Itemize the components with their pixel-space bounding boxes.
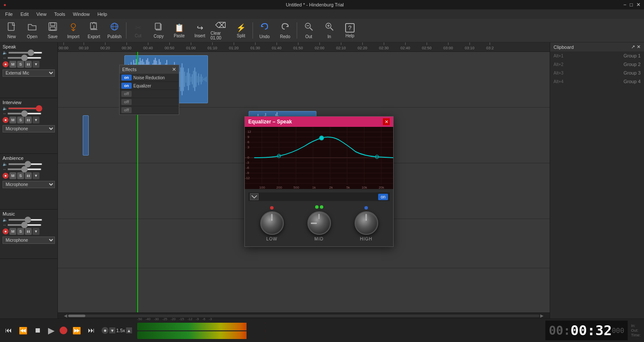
menu-file[interactable]: File xyxy=(2,11,16,18)
music-menu-button[interactable]: ▼ xyxy=(33,228,39,235)
speak-menu-button[interactable]: ▼ xyxy=(33,61,39,68)
music-record-button[interactable]: ● xyxy=(3,228,9,234)
redo-button[interactable]: Redo xyxy=(275,20,295,41)
speak-input-select[interactable]: External Mic xyxy=(3,69,55,77)
stop-button[interactable]: ⏹ xyxy=(33,325,43,336)
interview-menu-button[interactable]: ▼ xyxy=(33,117,39,123)
zoom-out-button[interactable]: Out xyxy=(299,20,319,41)
menu-edit[interactable]: Edit xyxy=(17,11,32,18)
import-button[interactable]: Import xyxy=(63,20,83,41)
scroll-left-arrow[interactable]: ◀ xyxy=(64,313,67,318)
effects-close-button[interactable]: ✕ xyxy=(172,66,176,72)
music-fx-button[interactable]: ⫿⫿ xyxy=(25,228,32,235)
ambience-fx-button[interactable]: ⫿⫿ xyxy=(25,172,32,179)
high-knob-wrapper: HIGH xyxy=(355,206,378,241)
minimize-button[interactable]: − xyxy=(623,2,626,8)
goto-end-button[interactable]: ⏭ xyxy=(86,325,96,336)
mid-knob[interactable] xyxy=(307,211,331,235)
music-pan-slider[interactable] xyxy=(7,224,42,226)
interview-pan-slider[interactable] xyxy=(7,113,42,114)
speak-mute-button[interactable]: M xyxy=(9,61,16,68)
speak-solo-button[interactable]: S xyxy=(17,61,24,68)
save-button[interactable]: Save xyxy=(43,20,63,41)
ambience-menu-button[interactable]: ▼ xyxy=(33,172,39,179)
music-mute-button[interactable]: M xyxy=(9,228,16,235)
interview-volume-slider[interactable] xyxy=(8,108,42,109)
copy-button[interactable]: Copy xyxy=(149,20,169,41)
scroll-track[interactable] xyxy=(68,315,539,317)
eq-preset-button[interactable] xyxy=(250,193,259,200)
scroll-right-arrow[interactable]: ▶ xyxy=(540,313,544,318)
play-button[interactable]: ▶ xyxy=(46,324,56,337)
menu-window[interactable]: Window xyxy=(69,11,93,18)
effect-slot-3-toggle[interactable]: off xyxy=(121,91,132,97)
speed-down-button[interactable]: ▼ xyxy=(109,327,115,333)
record-button[interactable] xyxy=(60,327,67,334)
fast-forward-button[interactable]: ⏩ xyxy=(71,325,83,336)
music-volume-slider[interactable] xyxy=(8,219,42,221)
tracks-content[interactable]: Speak 1 xyxy=(58,52,550,312)
interview-fx-button[interactable]: ⫿⫿ xyxy=(25,117,32,123)
svg-line-18 xyxy=(331,28,333,30)
menu-help[interactable]: Help xyxy=(94,11,111,18)
noise-reduction-label[interactable]: Noise Reduction xyxy=(133,75,165,80)
export-button[interactable]: Export xyxy=(84,20,104,41)
open-button[interactable]: Open xyxy=(22,20,42,41)
ambience-volume-slider[interactable] xyxy=(8,163,42,165)
horizontal-scrollbar[interactable]: ◀ ▶ xyxy=(58,312,550,318)
equalizer-label[interactable]: Equalizer xyxy=(133,84,151,88)
equalizer-toggle[interactable]: on xyxy=(121,83,132,89)
interview-input-select[interactable]: Microphone xyxy=(3,125,55,132)
help-button[interactable]: ? Help xyxy=(340,20,360,41)
interview-small-clip[interactable] xyxy=(83,115,89,156)
tick-line xyxy=(469,42,470,45)
clear-button[interactable]: ⌫ Clear 01.00 xyxy=(211,20,230,41)
ambience-pan-slider[interactable] xyxy=(7,168,42,170)
time-ruler[interactable]: 00:00 00:10 00:20 00:30 00:40 xyxy=(58,42,550,52)
music-solo-button[interactable]: S xyxy=(17,228,24,235)
svg-rect-77 xyxy=(196,72,196,87)
clipboard-close-button[interactable]: ✕ xyxy=(637,44,641,50)
ambience-solo-button[interactable]: S xyxy=(17,172,24,179)
speak-pan-slider[interactable] xyxy=(7,57,42,59)
interview-record-button[interactable]: ● xyxy=(3,117,9,123)
rewind-button[interactable]: ⏪ xyxy=(17,325,29,336)
goto-start-button[interactable]: ⏮ xyxy=(3,325,14,336)
eq-graph[interactable]: 12 9 6 3 0 -3 -6 -9 -12 100 200 500 1k xyxy=(245,127,393,189)
low-knob[interactable] xyxy=(260,211,284,235)
speak-fx-button[interactable]: ⫿⫿ xyxy=(25,61,32,68)
ambience-record-button[interactable]: ● xyxy=(3,173,9,179)
eq-on-button[interactable]: on xyxy=(378,194,388,200)
new-button[interactable]: New xyxy=(2,20,21,41)
speed-value: 1.5x xyxy=(116,328,125,333)
record-mode-button[interactable]: ● xyxy=(102,327,108,334)
interview-solo-button[interactable]: S xyxy=(17,117,24,123)
speak-volume-slider[interactable] xyxy=(8,52,42,54)
speed-up-button[interactable]: ▲ xyxy=(126,327,132,333)
noise-reduction-toggle[interactable]: on xyxy=(121,75,132,81)
speak-record-button[interactable]: ● xyxy=(3,61,9,67)
effect-slot-5-toggle[interactable]: off xyxy=(121,107,132,113)
zoom-in-button[interactable]: In xyxy=(319,20,339,41)
interview-mute-button[interactable]: M xyxy=(9,117,16,123)
scroll-thumb[interactable] xyxy=(68,315,85,317)
menu-view[interactable]: View xyxy=(33,11,50,18)
menu-tools[interactable]: Tools xyxy=(51,11,69,18)
eq-close-button[interactable]: ✕ xyxy=(383,118,390,125)
undo-button[interactable]: Undo xyxy=(255,20,274,41)
music-input-select[interactable]: Microphone xyxy=(3,237,55,244)
paste-button[interactable]: 📋 Paste xyxy=(169,20,189,41)
maximize-button[interactable]: □ xyxy=(630,2,633,8)
insert-button[interactable]: ↪ Insert xyxy=(190,20,210,41)
high-knob[interactable] xyxy=(355,211,378,235)
eq-dialog-header[interactable]: Equalizer – Speak ✕ xyxy=(245,117,393,127)
close-button[interactable]: ✕ xyxy=(636,2,641,8)
clipboard-pin-button[interactable]: ↗ xyxy=(631,44,635,50)
effect-slot-4-toggle[interactable]: off xyxy=(121,99,132,105)
ambience-input-select[interactable]: Microphone xyxy=(3,181,55,188)
meter-overlay-2 xyxy=(247,331,266,339)
cut-button[interactable]: ✂ Cut xyxy=(128,20,148,41)
split-button[interactable]: ⚡ Split xyxy=(231,20,251,41)
ambience-mute-button[interactable]: M xyxy=(9,172,16,179)
publish-button[interactable]: Publish xyxy=(105,20,124,41)
